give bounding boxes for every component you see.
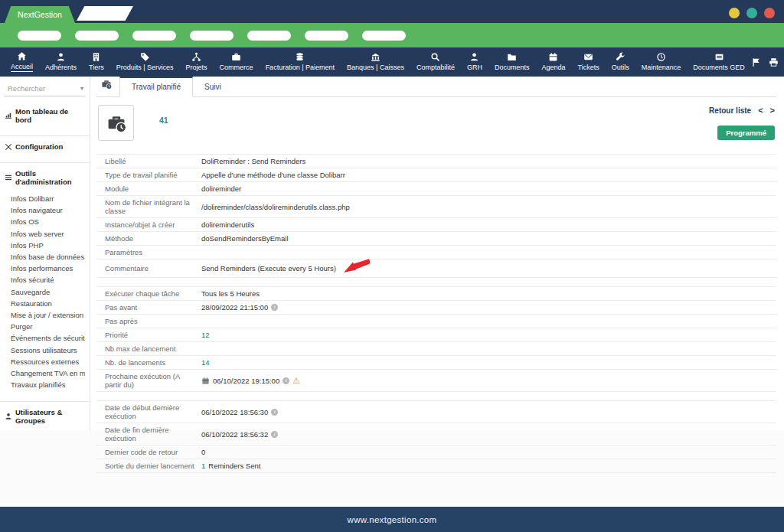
sidebar-item-ressources-externes[interactable]: Ressources externes [5, 356, 85, 367]
menu-item-documents-ged[interactable]: Documents GED [687, 47, 751, 77]
menu-item-accueil[interactable]: Accueil [5, 47, 39, 77]
menu-item-documents[interactable]: Documents [488, 47, 536, 77]
main-menubar: AccueilAdhérentsTiersProduits | Services… [0, 47, 784, 77]
menu-item-maintenance[interactable]: Maintenance [635, 47, 688, 77]
menu-item-label: Documents [495, 64, 530, 71]
menu-item-grh[interactable]: GRH [461, 47, 488, 77]
field-label: Instance/objet à créer [96, 218, 198, 231]
menu-item-banques-caisses[interactable]: Banques | Caisses [341, 47, 410, 77]
field-value-text: 0 [201, 448, 205, 456]
field-value-text: Send Reminders (Execute every 5 Hours) [201, 264, 336, 273]
coins-icon [295, 52, 305, 62]
field-value-number: 1 [201, 462, 205, 470]
tab-suivi[interactable]: Suivi [193, 78, 233, 96]
field-row: MéthodedoSendRemindersByEmail [96, 232, 776, 246]
menu-item-outils[interactable]: Outils [606, 47, 635, 77]
sidebar-item-infos-web-server[interactable]: Infos web server [5, 228, 85, 240]
nav-pill [18, 31, 61, 41]
sidebar-item-travaux-planifi-s[interactable]: Travaux planifiés [5, 379, 85, 390]
sidebar-section-header[interactable]: Outils d'administration [5, 169, 85, 191]
sidebar-item-sauvegarde[interactable]: Sauvegarde [5, 286, 85, 298]
field-label: Paramètres [96, 246, 198, 259]
field-value: 28/09/2022 21:15:00i [198, 301, 776, 314]
secondary-nav-bar [0, 23, 784, 47]
brand-slant-decoration [77, 6, 133, 21]
calendar-icon [548, 52, 558, 62]
tabs-row: Travail planifiéSuivi [96, 77, 776, 97]
menu-item-label: Comptabilité [416, 64, 455, 71]
field-label: Commentaire [96, 262, 198, 275]
sidebar-item-sessions-utilisateurs[interactable]: Sessions utilisateurs [5, 344, 85, 355]
field-row: Instance/objet à créerdolireminderutils [96, 218, 776, 232]
window-control-dots [729, 8, 775, 18]
field-value-text: 06/10/2022 19:15:00 [213, 377, 279, 385]
sidebar-item-infos-s-curit-[interactable]: Infos sécurité [5, 274, 85, 286]
sidebar-item-changement-tva-en-mas-[interactable]: Changement TVA en mas... [5, 367, 85, 379]
field-value [198, 246, 776, 259]
brand-logo[interactable]: NextGestion [5, 6, 75, 23]
menu-item-adh-rents[interactable]: Adhérents [39, 47, 83, 77]
field-row: Pas après [96, 315, 776, 328]
ged-icon [714, 52, 724, 62]
info-icon[interactable]: i [283, 377, 289, 384]
field-value-text: Reminders Sent [208, 462, 260, 470]
flag-icon[interactable] [751, 57, 761, 67]
menu-item-tickets[interactable]: Tickets [572, 47, 606, 77]
menu-item-projets[interactable]: Projets [180, 47, 214, 77]
main-panel: Travail planifiéSuivi 41 Retour liste < … [90, 77, 784, 430]
menu-item-produits-services[interactable]: Produits | Services [110, 47, 180, 77]
field-group: Exécuter chaque tâcheTous les 5 HeuresPa… [96, 286, 776, 392]
menu-item-comptabilit-[interactable]: Comptabilité [410, 47, 461, 77]
chevron-down-icon: ▾ [80, 85, 83, 92]
sidebar-item--v-nements-de-s-curit-[interactable]: Événements de sécurité [5, 332, 85, 344]
field-value-text: Tous les 5 Heures [201, 289, 260, 298]
menu-item-label: Tickets [578, 64, 599, 71]
search-icon [430, 52, 440, 62]
menu-items: AccueilAdhérentsTiersProduits | Services… [5, 47, 751, 77]
next-record-link[interactable]: > [770, 106, 775, 115]
menu-item-agenda[interactable]: Agenda [535, 47, 571, 77]
menu-item-facturation-paiement[interactable]: Facturation | Paiement [260, 47, 341, 77]
sidebar-item-infos-os[interactable]: Infos OS [5, 216, 85, 227]
field-value-text: 28/09/2022 21:15:00 [201, 303, 268, 312]
sidebar-item-infos-dolibarr[interactable]: Infos Dolibarr [5, 193, 85, 204]
prev-record-link[interactable]: < [758, 106, 763, 115]
info-icon[interactable]: i [271, 409, 278, 416]
field-group: LibelléDoliReminder : Send RemindersType… [96, 154, 776, 278]
field-value: 1Reminders Sent [198, 459, 776, 472]
field-value: 06/10/2022 19:15:00i⚠ [198, 374, 776, 387]
field-row: Nb. de lancements14 [96, 356, 776, 370]
field-row: Date de début dernière exécution06/10/20… [96, 401, 776, 423]
sidebar-section-label: Utilisateurs & Groupes [15, 408, 85, 425]
object-header: 41 Retour liste < > Programmé [96, 97, 776, 152]
menu-item-commerce[interactable]: Commerce [214, 47, 260, 77]
search-input[interactable]: Rechercher ▾ [5, 81, 85, 96]
sidebar-item-infos-navigateur[interactable]: Infos navigateur [5, 204, 85, 216]
sidebar-item-infos-php[interactable]: Infos PHP [5, 240, 85, 251]
menu-item-label: Projets [186, 64, 207, 71]
sidebar-item-purger[interactable]: Purger [5, 321, 85, 332]
sidebar-section-header[interactable]: Utilisateurs & Groupes [5, 408, 85, 430]
sidebar-item-infos-base-de-donn-es[interactable]: Infos base de données [5, 251, 85, 263]
menu-item-tiers[interactable]: Tiers [83, 47, 110, 77]
nav-pill [132, 31, 176, 41]
field-row: Paramètres [96, 246, 776, 259]
back-to-list-link[interactable]: Retour liste [709, 106, 751, 115]
sidebar-item-mise-jour-extension[interactable]: Mise à jour / extension [5, 309, 85, 321]
printer-icon[interactable] [769, 57, 779, 67]
menu-item-label: Tiers [89, 64, 104, 71]
sidebar-section-header[interactable]: Configuration [5, 142, 85, 156]
tab-travail-planifi-[interactable]: Travail planifié [119, 77, 193, 97]
field-label: Méthode [96, 232, 198, 245]
nav-pill [305, 31, 348, 41]
sidebar-item-infos-performances[interactable]: Infos performances [5, 263, 85, 274]
sidebar-section-header[interactable]: Mon tableau de bord [5, 107, 85, 129]
menu-item-label: GRH [467, 64, 482, 71]
info-icon[interactable]: i [271, 431, 278, 438]
sidebar-item-restauration[interactable]: Restauration [5, 298, 85, 309]
info-icon[interactable]: i [271, 304, 278, 311]
menu-item-label: Banques | Caisses [347, 64, 404, 71]
menu-item-label: Agenda [541, 64, 565, 71]
field-label: Prochaine exécution (A partir du) [96, 370, 198, 391]
field-value: Send Reminders (Execute every 5 Hours) [198, 259, 776, 277]
